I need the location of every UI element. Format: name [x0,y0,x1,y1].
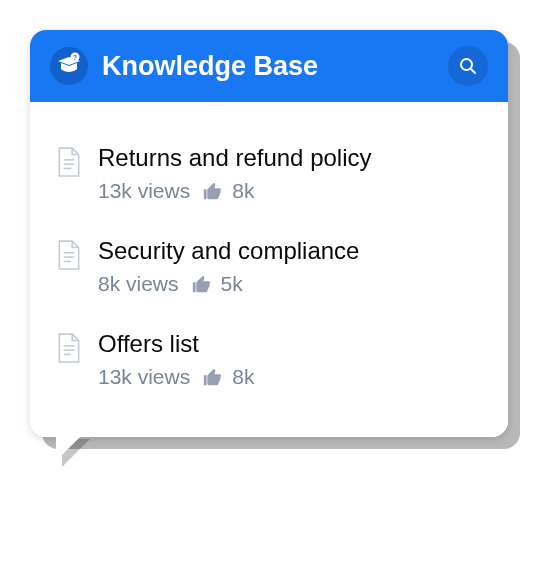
article-content: Offers list 13k views 8k [98,330,482,389]
article-list: Returns and refund policy 13k views 8k [30,102,508,437]
likes-group: 8k [202,179,254,203]
thumbs-up-icon [202,180,224,202]
document-icon [56,240,82,270]
article-meta: 13k views 8k [98,179,482,203]
thumbs-up-icon [191,273,213,295]
article-content: Returns and refund policy 13k views 8k [98,144,482,203]
svg-text:?: ? [73,54,77,61]
article-meta: 8k views 5k [98,272,482,296]
likes-count: 8k [232,365,254,389]
article-item[interactable]: Returns and refund policy 13k views 8k [56,130,482,217]
panel-title: Knowledge Base [102,51,434,82]
article-item[interactable]: Security and compliance 8k views 5k [56,223,482,310]
article-title: Offers list [98,330,482,358]
likes-group: 5k [191,272,243,296]
document-icon [56,333,82,363]
speech-tail [56,433,84,461]
thumbs-up-icon [202,366,224,388]
likes-group: 8k [202,365,254,389]
likes-count: 5k [221,272,243,296]
article-item[interactable]: Offers list 13k views 8k [56,316,482,403]
views-count: 13k views [98,365,190,389]
document-icon [56,147,82,177]
article-title: Returns and refund policy [98,144,482,172]
article-content: Security and compliance 8k views 5k [98,237,482,296]
svg-line-4 [471,69,475,73]
article-title: Security and compliance [98,237,482,265]
search-button[interactable] [448,46,488,86]
knowledge-base-panel: ? Knowledge Base Returns and refund poli… [30,30,508,437]
knowledge-base-icon: ? [50,47,88,85]
article-meta: 13k views 8k [98,365,482,389]
search-icon [459,57,477,75]
views-count: 13k views [98,179,190,203]
likes-count: 8k [232,179,254,203]
panel-header: ? Knowledge Base [30,30,508,102]
views-count: 8k views [98,272,179,296]
